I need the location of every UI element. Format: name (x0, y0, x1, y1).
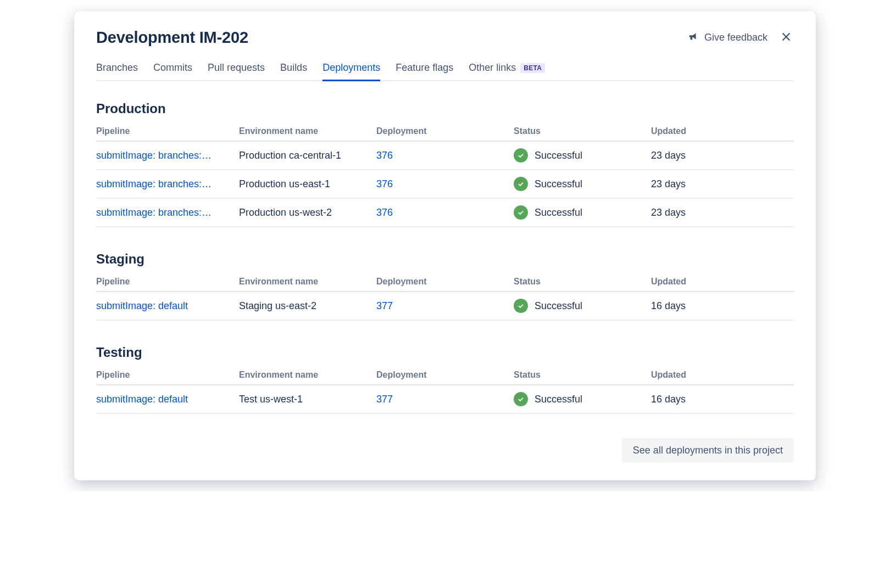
beta-badge: BETA (520, 63, 545, 73)
table-header: Pipeline Environment name Deployment Sta… (96, 366, 794, 385)
table-row: submitImage: branches:… Production us-ea… (96, 170, 794, 199)
col-status: Status (514, 370, 651, 380)
updated-cell: 16 days (651, 300, 794, 312)
tab-label: Feature flags (396, 62, 453, 74)
check-circle-icon (514, 177, 528, 191)
updated-cell: 23 days (651, 150, 794, 161)
status-cell: Successful (514, 392, 651, 406)
col-environment: Environment name (239, 126, 376, 136)
status-cell: Successful (514, 148, 651, 163)
megaphone-icon (688, 30, 700, 45)
col-deployment: Deployment (376, 370, 514, 380)
status-cell: Successful (514, 177, 651, 191)
col-deployment: Deployment (376, 277, 514, 287)
status-cell: Successful (514, 205, 651, 220)
modal-header: Development IM-202 Give feedback (96, 29, 794, 47)
section-staging: Staging Pipeline Environment name Deploy… (96, 251, 794, 321)
col-updated: Updated (651, 126, 794, 136)
section-title: Staging (96, 251, 794, 267)
updated-cell: 23 days (651, 178, 794, 190)
table-row: submitImage: default Test us-west-1 377 … (96, 385, 794, 414)
give-feedback-label: Give feedback (704, 32, 767, 43)
col-status: Status (514, 126, 651, 136)
section-title: Testing (96, 345, 794, 360)
environment-cell: Staging us-east-2 (239, 300, 376, 312)
deployment-link[interactable]: 377 (376, 300, 514, 312)
tab-builds[interactable]: Builds (280, 62, 307, 80)
tab-branches[interactable]: Branches (96, 62, 138, 80)
tab-pull-requests[interactable]: Pull requests (208, 62, 265, 80)
table-header: Pipeline Environment name Deployment Sta… (96, 272, 794, 292)
page-title: Development IM-202 (96, 29, 248, 47)
col-environment: Environment name (239, 277, 376, 287)
updated-cell: 16 days (651, 394, 794, 405)
tab-label: Commits (153, 62, 192, 74)
tabs-bar: Branches Commits Pull requests Builds De… (96, 62, 794, 81)
table-row: submitImage: branches:… Production us-we… (96, 199, 794, 227)
tab-feature-flags[interactable]: Feature flags (396, 62, 453, 80)
col-pipeline: Pipeline (96, 277, 239, 287)
pipeline-link[interactable]: submitImage: branches:… (96, 207, 239, 219)
deployment-link[interactable]: 376 (376, 178, 514, 190)
pipeline-link[interactable]: submitImage: default (96, 300, 239, 312)
table-row: submitImage: default Staging us-east-2 3… (96, 292, 794, 321)
col-environment: Environment name (239, 370, 376, 380)
check-circle-icon (514, 392, 528, 406)
modal-footer: See all deployments in this project (96, 438, 794, 463)
deployment-link[interactable]: 377 (376, 394, 514, 405)
environment-cell: Production ca-central-1 (239, 150, 376, 161)
environment-cell: Production us-east-1 (239, 178, 376, 190)
section-testing: Testing Pipeline Environment name Deploy… (96, 345, 794, 414)
tab-other-links[interactable]: Other links BETA (469, 62, 545, 80)
development-modal: Development IM-202 Give feedback Branche… (74, 11, 816, 480)
close-button[interactable] (778, 30, 794, 46)
environment-cell: Test us-west-1 (239, 394, 376, 405)
tab-label: Pull requests (208, 62, 265, 74)
header-actions: Give feedback (688, 30, 794, 46)
col-status: Status (514, 277, 651, 287)
pipeline-link[interactable]: submitImage: branches:… (96, 150, 239, 161)
close-icon (780, 31, 792, 45)
col-pipeline: Pipeline (96, 126, 239, 136)
updated-cell: 23 days (651, 207, 794, 219)
status-text: Successful (535, 300, 582, 312)
see-all-deployments-button[interactable]: See all deployments in this project (622, 438, 794, 463)
tab-label: Deployments (322, 62, 380, 74)
status-text: Successful (535, 207, 582, 219)
status-cell: Successful (514, 299, 651, 313)
status-text: Successful (535, 178, 582, 190)
tab-commits[interactable]: Commits (153, 62, 192, 80)
table-header: Pipeline Environment name Deployment Sta… (96, 122, 794, 142)
section-production: Production Pipeline Environment name Dep… (96, 101, 794, 227)
tab-deployments[interactable]: Deployments (322, 62, 380, 80)
col-updated: Updated (651, 277, 794, 287)
status-text: Successful (535, 150, 582, 161)
table-row: submitImage: branches:… Production ca-ce… (96, 142, 794, 170)
check-circle-icon (514, 148, 528, 163)
tab-label: Builds (280, 62, 307, 74)
deployment-link[interactable]: 376 (376, 207, 514, 219)
deployment-link[interactable]: 376 (376, 150, 514, 161)
environment-cell: Production us-west-2 (239, 207, 376, 219)
status-text: Successful (535, 394, 582, 405)
col-updated: Updated (651, 370, 794, 380)
tab-label: Branches (96, 62, 138, 74)
give-feedback-button[interactable]: Give feedback (688, 30, 767, 45)
check-circle-icon (514, 299, 528, 313)
section-title: Production (96, 101, 794, 116)
pipeline-link[interactable]: submitImage: branches:… (96, 178, 239, 190)
tab-label: Other links (469, 62, 516, 74)
col-pipeline: Pipeline (96, 370, 239, 380)
pipeline-link[interactable]: submitImage: default (96, 394, 239, 405)
col-deployment: Deployment (376, 126, 514, 136)
check-circle-icon (514, 205, 528, 220)
